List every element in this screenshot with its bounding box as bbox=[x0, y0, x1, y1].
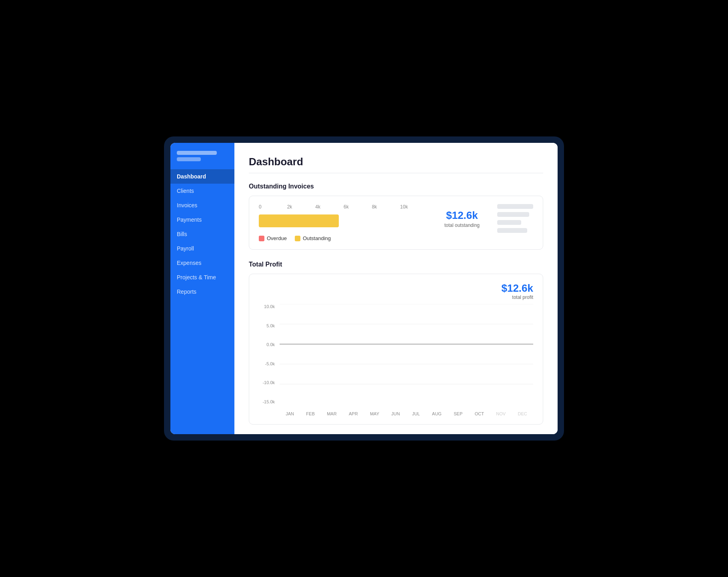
total-profit-card: $12.6k total profit 10.0k 5.0k 0.0k -5.0… bbox=[249, 274, 543, 425]
sidebar-item-invoices[interactable]: Invoices bbox=[170, 198, 234, 212]
x-label-aug: AUG bbox=[432, 411, 442, 416]
skeleton-3 bbox=[497, 220, 521, 225]
x-label-feb: FEB bbox=[306, 411, 314, 416]
sidebar-item-reports[interactable]: Reports bbox=[170, 284, 234, 299]
logo-bar-2 bbox=[177, 157, 201, 161]
divider bbox=[249, 173, 543, 173]
profit-card-header: $12.6k total profit bbox=[259, 282, 533, 300]
invoice-summary: $12.6k total outstanding bbox=[438, 209, 486, 228]
sidebar-nav: Dashboard Clients Invoices Payments Bill… bbox=[170, 169, 234, 299]
x-label-dec: DEC bbox=[518, 411, 527, 416]
outstanding-invoices-section: Outstanding Invoices 0 2k 4k 6k 8k 10k bbox=[249, 183, 543, 250]
x-label-jul: JUL bbox=[412, 411, 420, 416]
sidebar-item-expenses[interactable]: Expenses bbox=[170, 256, 234, 270]
profit-chart: 10.0k 5.0k 0.0k -5.0k -10.0k -15.0k bbox=[259, 304, 533, 416]
x-axis-labels: JAN FEB MAR APR MAY JUN JUL AUG SEP OCT … bbox=[280, 411, 533, 416]
bar-outstanding bbox=[259, 214, 339, 227]
profit-total-amount: $12.6k bbox=[501, 282, 533, 295]
sidebar: Dashboard Clients Invoices Payments Bill… bbox=[170, 143, 234, 434]
invoice-total-amount: $12.6k bbox=[438, 209, 486, 222]
axis-label-6k: 6k bbox=[344, 204, 372, 210]
legend-overdue: Overdue bbox=[259, 235, 287, 241]
axis-label-8k: 8k bbox=[372, 204, 400, 210]
x-label-mar: MAR bbox=[327, 411, 336, 416]
invoice-chart-wrapper: 0 2k 4k 6k 8k 10k bbox=[259, 204, 533, 241]
x-label-oct: OCT bbox=[475, 411, 484, 416]
total-profit-section: Total Profit $12.6k total profit 10.0k bbox=[249, 261, 543, 425]
total-profit-title: Total Profit bbox=[249, 261, 543, 268]
skeleton-4 bbox=[497, 228, 527, 233]
invoice-total-label: total outstanding bbox=[438, 222, 486, 228]
x-label-jun: JUN bbox=[391, 411, 400, 416]
axis-label-0: 0 bbox=[259, 204, 287, 210]
page-title: Dashboard bbox=[249, 156, 543, 168]
axis-label-2k: 2k bbox=[287, 204, 316, 210]
profit-chart-svg bbox=[280, 304, 533, 404]
axis-label-4k: 4k bbox=[315, 204, 344, 210]
y-label-0k: 0.0k bbox=[259, 342, 278, 347]
y-label-10k: 10.0k bbox=[259, 304, 278, 309]
app-container: Dashboard Clients Invoices Payments Bill… bbox=[170, 143, 558, 434]
sidebar-item-payments[interactable]: Payments bbox=[170, 212, 234, 227]
outstanding-invoices-card: 0 2k 4k 6k 8k 10k bbox=[249, 196, 543, 250]
profit-summary: $12.6k total profit bbox=[501, 282, 533, 300]
invoice-bar-container bbox=[259, 213, 428, 229]
y-axis-labels: 10.0k 5.0k 0.0k -5.0k -10.0k -15.0k bbox=[259, 304, 278, 404]
y-label-neg15k: -15.0k bbox=[259, 399, 278, 404]
sidebar-item-payroll[interactable]: Payroll bbox=[170, 241, 234, 256]
x-label-nov: NOV bbox=[496, 411, 506, 416]
invoice-summary-area: $12.6k total outstanding bbox=[438, 204, 533, 233]
y-label-5k: 5.0k bbox=[259, 323, 278, 328]
sidebar-item-projects-time[interactable]: Projects & Time bbox=[170, 270, 234, 284]
x-label-apr: APR bbox=[349, 411, 358, 416]
device-frame: Dashboard Clients Invoices Payments Bill… bbox=[164, 136, 564, 441]
sidebar-item-clients[interactable]: Clients bbox=[170, 184, 234, 198]
invoice-legend: Overdue Outstanding bbox=[259, 235, 428, 241]
outstanding-dot bbox=[295, 236, 300, 241]
profit-total-label: total profit bbox=[501, 295, 533, 300]
sidebar-item-bills[interactable]: Bills bbox=[170, 227, 234, 241]
overdue-dot bbox=[259, 236, 264, 241]
logo-bar-1 bbox=[177, 151, 217, 155]
main-content: Dashboard Outstanding Invoices 0 2k 4k 6… bbox=[234, 143, 558, 434]
invoice-axis-labels: 0 2k 4k 6k 8k 10k bbox=[259, 204, 428, 210]
axis-label-10k: 10k bbox=[400, 204, 428, 210]
skeleton-lines bbox=[497, 204, 533, 233]
sidebar-logo bbox=[170, 151, 234, 169]
y-label-neg5k: -5.0k bbox=[259, 361, 278, 366]
x-label-jan: JAN bbox=[286, 411, 294, 416]
chart-drawing-area bbox=[280, 304, 533, 404]
invoice-chart-area: 0 2k 4k 6k 8k 10k bbox=[259, 204, 428, 241]
legend-outstanding: Outstanding bbox=[295, 235, 331, 241]
y-label-neg10k: -10.0k bbox=[259, 380, 278, 385]
sidebar-item-dashboard[interactable]: Dashboard bbox=[170, 169, 234, 184]
skeleton-1 bbox=[497, 204, 533, 209]
x-label-sep: SEP bbox=[454, 411, 462, 416]
skeleton-2 bbox=[497, 212, 529, 217]
x-label-may: MAY bbox=[370, 411, 379, 416]
outstanding-invoices-title: Outstanding Invoices bbox=[249, 183, 543, 190]
